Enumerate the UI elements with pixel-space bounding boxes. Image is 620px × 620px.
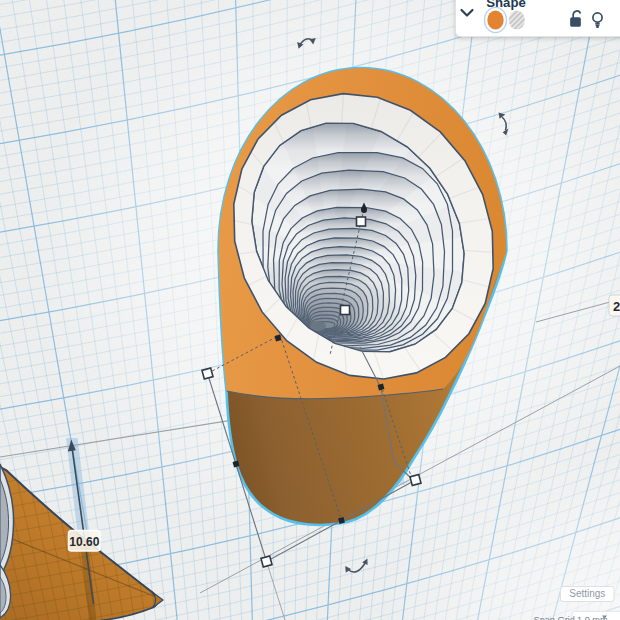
svg-text:Snap Grid: Snap Grid: [534, 615, 575, 620]
svg-text:10.60: 10.60: [69, 535, 99, 549]
svg-text:Settings: Settings: [569, 588, 605, 599]
svg-text:2: 2: [613, 299, 620, 314]
